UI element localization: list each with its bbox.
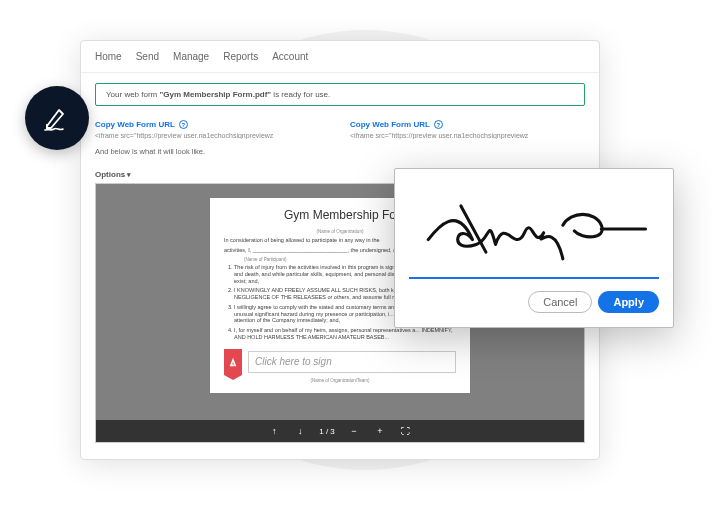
zoom-out-icon[interactable]: − [347,424,361,438]
url-block-right: Copy Web Form URL ? <iframe src="https:/… [350,120,585,139]
ready-banner: Your web form "Gym Membership Form.pdf" … [95,83,585,106]
chevron-down-icon: ▾ [127,171,131,179]
nav-home[interactable]: Home [95,51,122,62]
below-text: And below is what it will look like. [81,143,599,160]
page-total: 3 [330,427,334,436]
adobe-logo-icon [228,357,238,367]
nav-reports[interactable]: Reports [223,51,258,62]
options-dropdown[interactable]: Options ▾ [95,170,131,179]
page-up-icon[interactable]: ↑ [267,424,281,438]
url-value-right: <iframe src="https://preview user.na1ech… [350,132,585,139]
nav-send[interactable]: Send [136,51,159,62]
sign-tag: Click here to sign [224,349,456,375]
pdf-li4: I, for myself and on behalf of my heirs,… [234,327,456,341]
zoom-in-icon[interactable]: + [373,424,387,438]
sign-here-field[interactable]: Click here to sign [248,351,456,373]
fit-icon[interactable]: ⛶ [399,424,413,438]
banner-filename: "Gym Membership Form.pdf" [160,90,272,99]
cancel-button[interactable]: Cancel [528,291,592,313]
signature-canvas[interactable] [409,183,659,279]
sign-badge-icon [25,86,89,150]
apply-button[interactable]: Apply [598,291,659,313]
page-indicator: 1 / 3 [319,427,335,436]
banner-suffix: is ready for use. [271,90,330,99]
signature-actions: Cancel Apply [409,291,659,313]
help-icon[interactable]: ? [434,120,443,129]
copy-url-text-left: Copy Web Form URL [95,120,175,129]
sign-flag-icon[interactable] [224,349,242,375]
handwritten-signature-icon [409,183,659,277]
nav-account[interactable]: Account [272,51,308,62]
copy-url-text-right: Copy Web Form URL [350,120,430,129]
help-icon[interactable]: ? [179,120,188,129]
copy-url-label-left[interactable]: Copy Web Form URL ? [95,120,330,129]
pdf-footer: (Name of Organization/Team) [224,378,456,383]
copy-url-label-right[interactable]: Copy Web Form URL ? [350,120,585,129]
pen-nib-icon [41,102,73,134]
url-block-left: Copy Web Form URL ? <iframe src="https:/… [95,120,330,139]
banner-prefix: Your web form [106,90,160,99]
url-section: Copy Web Form URL ? <iframe src="https:/… [81,116,599,143]
pdf-toolbar: ↑ ↓ 1 / 3 − + ⛶ [96,420,584,442]
signature-panel: Cancel Apply [394,168,674,328]
url-value-left: <iframe src="https://preview user.na1ech… [95,132,330,139]
page-down-icon[interactable]: ↓ [293,424,307,438]
options-label: Options [95,170,125,179]
nav-manage[interactable]: Manage [173,51,209,62]
page-current: 1 [319,427,323,436]
nav-bar: Home Send Manage Reports Account [81,41,599,73]
